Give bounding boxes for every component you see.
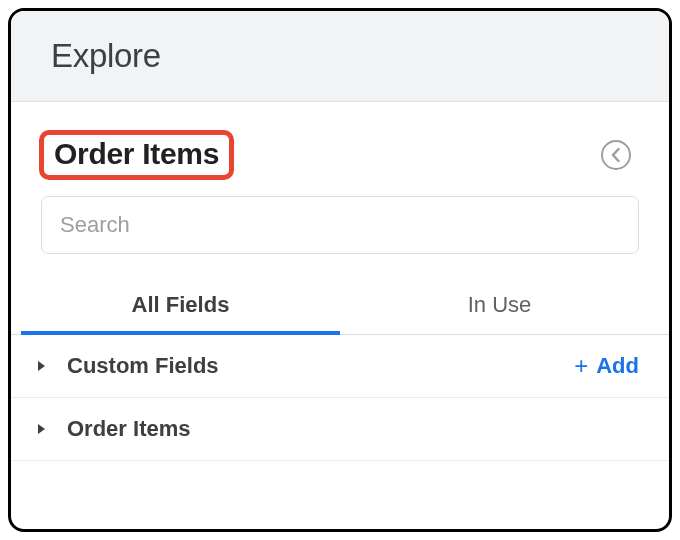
add-label: Add [596,353,639,379]
tabs: All Fields In Use [11,278,669,335]
panel-content: Order Items All Fields In Use [11,102,669,529]
panel-header: Explore [11,11,669,102]
tab-all-fields[interactable]: All Fields [21,278,340,334]
page-title: Explore [51,37,629,75]
chevron-left-icon [610,148,622,162]
tab-in-use[interactable]: In Use [340,278,659,334]
search-input[interactable] [60,212,620,238]
section-title: Order Items [54,137,219,171]
list-item[interactable]: Order Items [11,398,669,461]
section-header-row: Order Items [41,130,639,180]
caret-right-icon [33,360,51,372]
list-item-label: Custom Fields [67,353,574,379]
add-button[interactable]: + Add [574,353,639,379]
list-item[interactable]: Custom Fields + Add [11,335,669,398]
section-title-highlight: Order Items [39,130,234,180]
plus-icon: + [574,354,588,378]
explore-panel: Explore Order Items All Fields In Use [8,8,672,532]
list-item-label: Order Items [67,416,639,442]
collapse-button[interactable] [601,140,631,170]
fields-list: Custom Fields + Add Order Items [11,335,669,461]
tab-label: All Fields [132,292,230,317]
tab-label: In Use [468,292,532,317]
caret-right-icon [33,423,51,435]
search-box[interactable] [41,196,639,254]
